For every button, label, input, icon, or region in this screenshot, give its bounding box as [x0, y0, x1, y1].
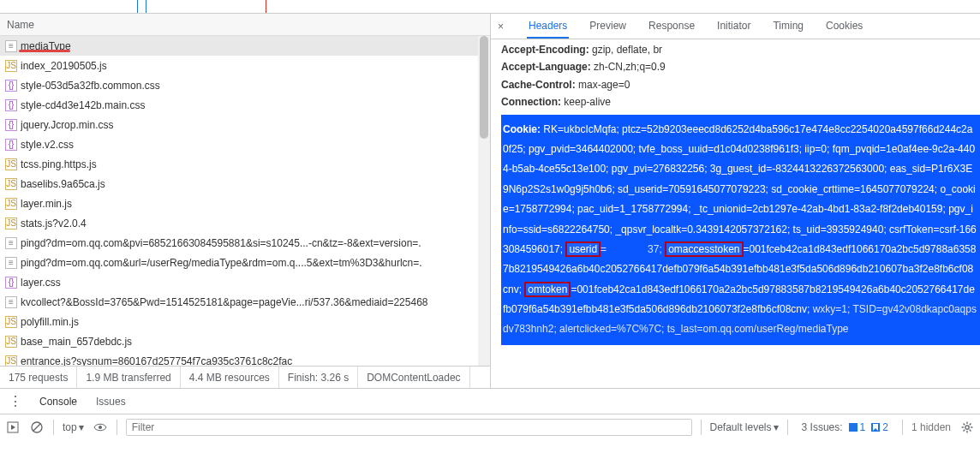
- doc-file-icon: ≡: [5, 257, 17, 269]
- request-name: layer.min.js: [21, 198, 72, 210]
- userid-frame: userid: [565, 241, 601, 257]
- tab-timing[interactable]: Timing: [771, 15, 805, 39]
- kebab-icon[interactable]: ⋮: [9, 393, 24, 409]
- network-status-bar: 175 requests 1.9 MB transferred 4.4 MB r…: [0, 366, 490, 388]
- table-row[interactable]: ≡pingd?dm=om.qq.com&url=/userReg/mediaTy…: [0, 253, 490, 272]
- request-name: pingd?dm=om.qq.com&url=/userReg/mediaTyp…: [21, 257, 422, 269]
- cookie-header[interactable]: Cookie: RK=ukbcIcMqfa; ptcz=52b9203eeecd…: [501, 115, 980, 345]
- table-row[interactable]: {}style-053d5a32fb.common.css: [0, 75, 490, 95]
- request-name: style-053d5a32fb.common.css: [21, 80, 160, 92]
- svg-point-4: [99, 426, 102, 429]
- highlight-underline: [19, 50, 70, 52]
- table-row[interactable]: ≡pingd?dm=om.qq.com&pvi=6852166308459588…: [0, 233, 490, 253]
- issues-summary[interactable]: 3 Issues: 1 2: [797, 421, 893, 433]
- omtoken-frame: omtoken: [524, 282, 571, 297]
- tab-initiator[interactable]: Initiator: [715, 15, 752, 39]
- hidden-count[interactable]: 1 hidden: [911, 421, 951, 433]
- clear-icon[interactable]: [29, 420, 45, 435]
- header-key: Accept-Encoding:: [501, 44, 589, 56]
- table-row[interactable]: {}jquery.Jcrop.min.css: [0, 115, 490, 134]
- header-row: Accept-Language: zh-CN,zh;q=0.9: [501, 58, 980, 75]
- request-name: kvcollect?&BossId=3765&Pwd=1514525181&pa…: [21, 296, 427, 308]
- table-row[interactable]: JStcss.ping.https.js: [0, 154, 490, 174]
- issue-count-2: 2: [870, 421, 888, 433]
- table-row[interactable]: JSentrance.js?sysnum=860167d257754f7ca93…: [0, 351, 490, 366]
- context-selector[interactable]: top▾: [63, 421, 84, 433]
- request-name: style.v2.css: [21, 139, 74, 151]
- css-file-icon: {}: [5, 139, 17, 151]
- svg-marker-1: [11, 425, 15, 430]
- header-key: Accept-Language:: [501, 61, 591, 73]
- omaccesstoken-frame: omaccesstoken: [665, 241, 743, 257]
- table-row[interactable]: {}style.v2.css: [0, 134, 490, 154]
- header-row: Connection: keep-alive: [501, 93, 980, 110]
- chevron-down-icon: ▾: [79, 421, 84, 433]
- table-row[interactable]: JSindex_20190505.js: [0, 56, 490, 75]
- tab-preview[interactable]: Preview: [588, 15, 628, 39]
- drawer-tab-console[interactable]: Console: [39, 396, 77, 408]
- css-file-icon: {}: [5, 277, 17, 289]
- table-row[interactable]: ≡mediaType: [0, 36, 490, 56]
- drawer-tabs: ⋮ ConsoleIssues: [0, 388, 980, 414]
- close-icon[interactable]: ×: [498, 21, 511, 33]
- js-file-icon: JS: [5, 158, 17, 170]
- filter-input[interactable]: [126, 419, 692, 436]
- svg-line-12: [964, 423, 965, 425]
- gear-icon[interactable]: [959, 420, 975, 435]
- status-resources: 4.4 MB resources: [181, 367, 279, 388]
- left-scrollbar[interactable]: [478, 36, 490, 366]
- cookie-pre: RK=ukbcIcMqfa; ptcz=52b9203eeecd8d6252d4…: [503, 123, 977, 255]
- request-details-panel: × HeadersPreviewResponseInitiatorTimingC…: [491, 14, 980, 388]
- drawer-tab-issues[interactable]: Issues: [96, 396, 126, 408]
- table-row[interactable]: JSpolyfill.min.js: [0, 312, 490, 331]
- svg-point-7: [965, 425, 969, 428]
- doc-file-icon: ≡: [5, 40, 17, 52]
- table-row[interactable]: {}style-cd4d3e142b.main.css: [0, 95, 490, 115]
- header-value: gzip, deflate, br: [592, 44, 662, 56]
- console-toolbar: top▾ Default levels▾ 3 Issues: 1 2 1 hid…: [0, 414, 980, 439]
- table-row[interactable]: {}layer.css: [0, 272, 490, 292]
- svg-line-3: [33, 424, 40, 431]
- execute-icon[interactable]: [5, 420, 21, 435]
- request-name: index_20190505.js: [21, 60, 107, 72]
- js-file-icon: JS: [5, 336, 17, 348]
- table-row[interactable]: JSbaselibs.9a65ca.js: [0, 174, 490, 194]
- request-name: style-cd4d3e142b.main.css: [21, 99, 145, 111]
- header-key: Cache-Control:: [501, 79, 576, 91]
- svg-line-14: [970, 423, 971, 425]
- header-key: Connection:: [501, 96, 561, 108]
- timeline-strip: [0, 0, 980, 14]
- request-name: layer.css: [21, 277, 61, 289]
- eye-icon[interactable]: [93, 420, 108, 435]
- js-file-icon: JS: [5, 316, 17, 328]
- js-file-icon: JS: [5, 178, 17, 190]
- status-dcl: DOMContentLoadec: [358, 367, 469, 388]
- headers-body: Accept-Encoding: gzip, deflate, brAccept…: [491, 39, 980, 388]
- table-row[interactable]: ≡kvcollect?&BossId=3765&Pwd=1514525181&p…: [0, 292, 490, 312]
- js-file-icon: JS: [5, 218, 17, 229]
- js-file-icon: JS: [5, 355, 17, 367]
- chevron-down-icon: ▾: [774, 421, 779, 433]
- tab-headers[interactable]: Headers: [527, 15, 569, 39]
- tab-cookies[interactable]: Cookies: [824, 15, 864, 39]
- request-name: stats.js?v2.0.4: [21, 218, 87, 229]
- table-row[interactable]: JSstats.js?v2.0.4: [0, 213, 490, 233]
- userid-num: 37;: [607, 243, 665, 255]
- doc-file-icon: ≡: [5, 296, 17, 308]
- issue-count-1: 1: [848, 421, 866, 433]
- js-file-icon: JS: [5, 198, 17, 210]
- network-request-list: Name ≡mediaTypeJSindex_20190505.js{}styl…: [0, 14, 491, 388]
- levels-selector[interactable]: Default levels▾: [710, 421, 779, 433]
- table-row[interactable]: JSlayer.min.js: [0, 194, 490, 213]
- header-row: Cache-Control: max-age=0: [501, 76, 980, 93]
- tab-response[interactable]: Response: [647, 15, 696, 39]
- request-name: entrance.js?sysnum=860167d257754f7ca935c…: [21, 355, 292, 367]
- cookie-label: Cookie:: [503, 123, 541, 135]
- doc-file-icon: ≡: [5, 237, 17, 249]
- status-requests: 175 requests: [0, 367, 77, 388]
- request-name: tcss.ping.https.js: [21, 158, 97, 170]
- request-name: polyfill.min.js: [21, 316, 79, 328]
- table-row[interactable]: JSbase_main_657debdc.js: [0, 331, 490, 351]
- column-header-name[interactable]: Name: [0, 14, 490, 36]
- status-finish: Finish: 3.26 s: [279, 367, 358, 388]
